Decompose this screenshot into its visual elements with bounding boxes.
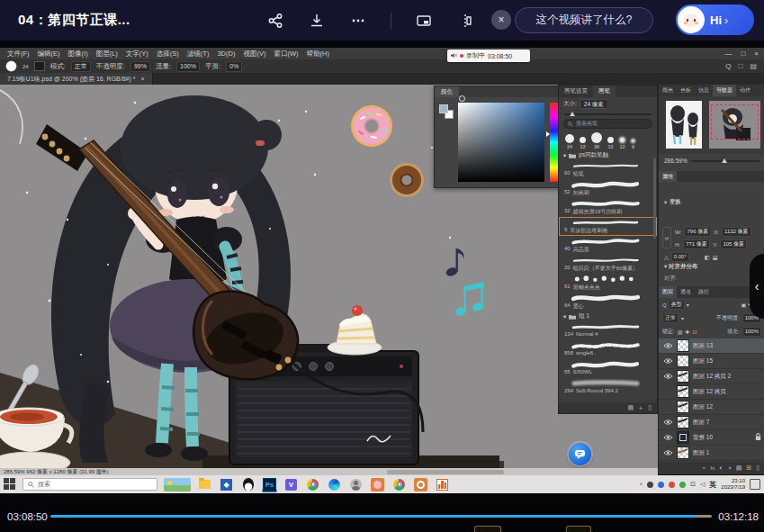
tab-channels[interactable]: 通道 [677, 286, 695, 298]
menu-window[interactable]: 窗口(W) [274, 50, 298, 59]
layer-row[interactable]: 图层 12 拷贝 2 [659, 369, 764, 384]
angle-field[interactable]: 0.00° [671, 252, 689, 262]
color-picker-cursor[interactable] [459, 95, 465, 102]
brush-item-selected[interactable]: 5草涂切边堆刷画 [559, 217, 657, 236]
pip-icon[interactable] [415, 12, 433, 30]
blend-mode-select[interactable]: 正常 [662, 313, 679, 323]
height-field[interactable]: 771 像素 [683, 239, 710, 249]
progress-bar[interactable] [50, 515, 712, 518]
brush-search-input[interactable]: 搜索画笔 [563, 119, 652, 129]
brush-tip[interactable]: 12 [619, 137, 625, 149]
layer-mask-icon[interactable]: ◐ [719, 464, 723, 471]
brush-tip[interactable]: 36 [591, 132, 602, 149]
zoom-tool-icon[interactable]: Q [725, 62, 731, 70]
layer-fill-field[interactable]: 100% [742, 327, 761, 337]
navigator-zoom-value[interactable]: 286.59% [664, 158, 688, 164]
brush-item[interactable]: 858single6 [559, 340, 657, 359]
menu-edit[interactable]: 编辑(E) [38, 50, 60, 59]
tab-swatches[interactable]: 色板 [677, 85, 695, 96]
flip-vertical-icon[interactable]: ⬓ [713, 254, 718, 260]
navigator-zoom-slider[interactable] [691, 160, 760, 162]
menu-help[interactable]: 帮助(H) [307, 50, 329, 59]
document-tab[interactable]: 7.19板U1绘.psd @ 200% (图层 16, RGB/8#) * × [0, 73, 153, 85]
tray-display-icon[interactable]: ⊡ [690, 481, 696, 488]
tray-mic-icon[interactable] [647, 482, 653, 488]
tray-volume-icon[interactable]: ◁ [700, 481, 705, 488]
link-layers-icon[interactable]: ⌁ [702, 464, 706, 472]
taskbar-app-target[interactable] [413, 477, 428, 492]
brush-group-folder[interactable]: ▾ 组 1 [559, 311, 657, 321]
taskbar-search-input[interactable]: 搜索 [22, 478, 157, 491]
taskbar-app-chrome[interactable] [305, 477, 320, 492]
taskbar-app-chart[interactable] [435, 477, 450, 492]
layer-thumbnail[interactable] [677, 385, 689, 398]
taskbar-app-v[interactable]: V [283, 477, 299, 492]
mirror-flip-icon[interactable] [456, 12, 474, 30]
brush-preview-icon[interactable] [5, 60, 17, 72]
brush-tip[interactable]: 12 [580, 137, 586, 149]
width-field[interactable]: 796 像素 [684, 227, 711, 237]
lock-transparent-icon[interactable]: ▨ [678, 329, 683, 335]
taskbar-app-qq[interactable] [240, 477, 256, 492]
layer-style-icon[interactable]: fx [711, 465, 715, 471]
tab-properties[interactable]: 属性 [659, 171, 677, 182]
tab-actions[interactable]: 动作 [736, 85, 754, 96]
tab-paths[interactable]: 路径 [695, 286, 713, 298]
layer-thumbnail[interactable] [677, 431, 689, 444]
lock-pixels-icon[interactable]: ✚ [685, 329, 689, 335]
flip-horizontal-icon[interactable]: ◧ [705, 254, 710, 260]
menu-3d[interactable]: 3D(D) [217, 50, 235, 58]
brush-tip[interactable]: 9 [631, 139, 635, 149]
bottom-control-fragment[interactable] [474, 526, 501, 532]
start-button[interactable] [4, 478, 16, 491]
brush-item[interactable]: 61斑糊点点点 [559, 274, 657, 293]
assistant-button[interactable]: Hi › [676, 5, 754, 35]
layer-row[interactable]: 背景 10 [659, 430, 764, 446]
brush-panel-scrollbar[interactable] [653, 158, 656, 239]
photoshop-canvas-area[interactable]: 颜色 ≡ 画笔设置 画笔 大小: 24 像素 [0, 85, 764, 468]
taskbar-app-browser[interactable] [391, 477, 407, 492]
tray-expand-icon[interactable]: ^ [640, 482, 643, 488]
filter-pixel-icon[interactable]: ▣ [741, 302, 746, 308]
tray-blue-icon[interactable] [658, 482, 664, 488]
taskbar-app-photoshop[interactable]: Ps [262, 477, 277, 492]
align-distribute-header[interactable]: ▾ 对齐并分布 [664, 263, 698, 271]
tab-color[interactable]: 颜色 [435, 86, 459, 97]
brush-tip[interactable]: 12 [607, 137, 614, 149]
menu-image[interactable]: 图像(I) [68, 50, 88, 59]
new-layer-icon[interactable]: ⊞ [746, 464, 751, 472]
hue-slider-marker[interactable] [546, 131, 550, 137]
chat-float-button[interactable] [569, 443, 591, 465]
tab-layers[interactable]: 图层 [659, 286, 677, 298]
layer-row[interactable]: 图层 1 [659, 446, 764, 461]
eye-icon[interactable] [662, 373, 673, 380]
close-suggestion-icon[interactable]: × [491, 10, 511, 30]
brush-item[interactable]: 55S/50WL [559, 359, 657, 378]
tab-close-icon[interactable]: × [141, 76, 145, 82]
horizontal-scrollbar[interactable] [387, 470, 504, 474]
lock-position-icon[interactable]: ⊡ [692, 329, 697, 335]
brush-group-folder[interactable]: ▾ ps同款笔触 [559, 150, 657, 160]
menu-view[interactable]: 视图(V) [243, 50, 265, 59]
tab-brush-settings[interactable]: 画笔设置 [559, 86, 593, 97]
brush-item[interactable]: 32超级光滑19号仿纸刷 [559, 198, 657, 217]
taskbar-app-photos[interactable]: ◆ [219, 477, 234, 492]
layer-thumbnail[interactable] [677, 401, 689, 413]
screen-mode-icon[interactable]: □ [739, 62, 743, 70]
brush-tip[interactable]: 24 [565, 134, 574, 149]
workspace-icon[interactable]: ▤ [750, 62, 757, 70]
constrain-proportions-icon[interactable]: ∞ [662, 227, 671, 248]
layer-row[interactable]: 图层 12 拷贝 [659, 384, 764, 400]
news-weather-widget[interactable] [164, 478, 191, 491]
layer-thumbnail[interactable] [677, 355, 689, 367]
menu-file[interactable]: 文件(F) [7, 50, 30, 59]
taskbar-app-account[interactable] [348, 477, 364, 492]
layer-row[interactable]: 图层 7 [659, 415, 764, 430]
share-icon[interactable] [266, 12, 284, 30]
foreground-background-swatches[interactable] [439, 104, 454, 119]
filter-search-icon[interactable]: Q [662, 302, 667, 308]
flow-select[interactable]: 100% [176, 61, 200, 72]
bottom-control-fragment[interactable] [566, 526, 591, 532]
tab-navigator[interactable]: 导航器 [713, 85, 736, 96]
layer-thumbnail[interactable] [677, 370, 689, 383]
